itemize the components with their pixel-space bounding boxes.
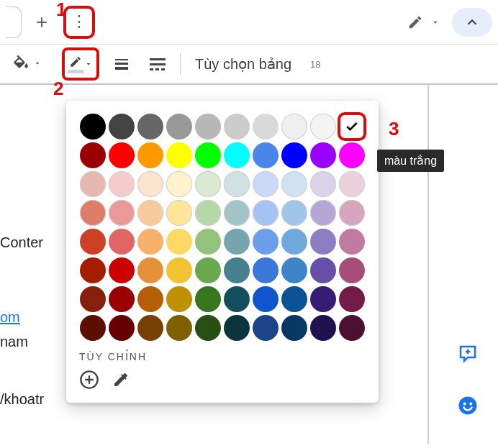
color-swatch[interactable]	[137, 142, 163, 168]
color-palette-popup: TÙY CHỈNH	[66, 101, 379, 403]
color-swatch[interactable]	[339, 315, 365, 341]
color-swatch[interactable]	[281, 142, 307, 168]
color-swatch[interactable]	[281, 286, 307, 312]
color-swatch[interactable]	[166, 114, 192, 140]
color-swatch[interactable]	[281, 114, 307, 140]
eyedropper-button[interactable]	[112, 371, 130, 388]
color-swatch[interactable]	[339, 142, 365, 168]
color-swatch[interactable]	[281, 200, 307, 226]
color-swatch[interactable]	[224, 315, 250, 341]
add-comment-button[interactable]	[452, 338, 484, 370]
add-custom-color-button[interactable]	[79, 370, 99, 390]
color-swatch[interactable]	[310, 171, 336, 197]
color-swatch[interactable]	[224, 257, 250, 283]
color-swatch[interactable]	[224, 171, 250, 197]
color-swatch[interactable]	[195, 142, 221, 168]
color-swatch-white-selected[interactable]	[338, 112, 366, 141]
color-swatch[interactable]	[339, 200, 365, 226]
color-swatch[interactable]	[137, 114, 163, 140]
color-swatch[interactable]	[281, 171, 307, 197]
color-swatch[interactable]	[310, 315, 336, 341]
color-swatch[interactable]	[224, 286, 250, 312]
color-swatch[interactable]	[339, 257, 365, 283]
border-dash-button[interactable]	[144, 50, 171, 78]
table-options-button[interactable]: Tùy chọn bảng	[189, 55, 297, 73]
color-swatch[interactable]	[253, 171, 279, 197]
color-swatch[interactable]	[281, 315, 307, 341]
color-swatch[interactable]	[109, 286, 135, 312]
color-swatch[interactable]	[224, 200, 250, 226]
color-swatch[interactable]	[80, 171, 106, 197]
color-swatch[interactable]	[166, 171, 192, 197]
color-swatch[interactable]	[339, 286, 365, 312]
color-swatch[interactable]	[80, 257, 106, 283]
color-swatch[interactable]	[281, 257, 307, 283]
color-swatch[interactable]	[137, 315, 163, 341]
tab-stub[interactable]	[6, 6, 22, 38]
color-swatch[interactable]	[253, 286, 279, 312]
more-menu-button[interactable]: ⋮	[63, 6, 95, 39]
color-swatch[interactable]	[310, 229, 336, 255]
border-width-button[interactable]	[108, 50, 135, 78]
color-swatch[interactable]	[137, 257, 163, 283]
emoji-reaction-button[interactable]	[452, 390, 484, 421]
color-swatch[interactable]	[253, 257, 279, 283]
color-swatch[interactable]	[339, 171, 365, 197]
color-swatch[interactable]	[166, 229, 192, 255]
color-swatch[interactable]	[195, 229, 221, 255]
color-swatch[interactable]	[166, 315, 192, 341]
color-swatch[interactable]	[109, 229, 135, 255]
doc-text-line: nam	[0, 329, 65, 354]
color-swatch[interactable]	[109, 142, 135, 168]
color-swatch[interactable]	[109, 200, 135, 226]
color-swatch[interactable]	[281, 229, 307, 255]
color-swatch[interactable]	[224, 114, 250, 140]
border-color-button[interactable]	[62, 47, 99, 81]
fill-color-button[interactable]	[7, 50, 35, 78]
color-swatch[interactable]	[80, 114, 106, 140]
color-swatch[interactable]	[253, 315, 279, 341]
svg-rect-7	[161, 68, 165, 70]
color-swatch[interactable]	[109, 257, 135, 283]
color-swatch[interactable]	[224, 142, 250, 168]
color-swatch[interactable]	[80, 286, 106, 312]
color-swatch[interactable]	[339, 229, 365, 255]
color-swatch[interactable]	[195, 286, 221, 312]
color-swatch[interactable]	[195, 114, 221, 140]
color-swatch[interactable]	[310, 257, 336, 283]
color-swatch[interactable]	[80, 142, 106, 168]
color-swatch[interactable]	[80, 229, 106, 255]
plus-icon	[35, 15, 49, 29]
color-swatch[interactable]	[195, 200, 221, 226]
color-swatch[interactable]	[137, 229, 163, 255]
color-swatch[interactable]	[195, 171, 221, 197]
color-swatch[interactable]	[195, 257, 221, 283]
color-swatch[interactable]	[310, 114, 336, 140]
color-swatch[interactable]	[109, 171, 135, 197]
color-swatch[interactable]	[137, 200, 163, 226]
doc-text-link-line[interactable]: om	[0, 305, 65, 329]
color-swatch[interactable]	[224, 229, 250, 255]
color-swatch[interactable]	[253, 229, 279, 255]
color-swatch[interactable]	[80, 315, 106, 341]
color-swatch[interactable]	[166, 257, 192, 283]
color-swatch[interactable]	[109, 315, 135, 341]
color-swatch[interactable]	[137, 286, 163, 312]
color-swatch[interactable]	[253, 200, 279, 226]
color-swatch[interactable]	[253, 142, 279, 168]
color-swatch[interactable]	[310, 200, 336, 226]
color-swatch[interactable]	[166, 142, 192, 168]
add-tab-button[interactable]	[26, 6, 58, 38]
color-swatch[interactable]	[310, 286, 336, 312]
color-swatch[interactable]	[137, 171, 163, 197]
color-swatch[interactable]	[166, 286, 192, 312]
editing-mode-button[interactable]	[400, 10, 448, 35]
collapse-button[interactable]	[452, 8, 492, 37]
color-swatch[interactable]	[195, 315, 221, 341]
color-swatch[interactable]	[166, 200, 192, 226]
color-swatch[interactable]	[80, 200, 106, 226]
color-swatch[interactable]	[310, 142, 336, 168]
caret-down-icon	[33, 59, 42, 68]
color-swatch[interactable]	[253, 114, 279, 140]
color-swatch[interactable]	[109, 114, 135, 140]
